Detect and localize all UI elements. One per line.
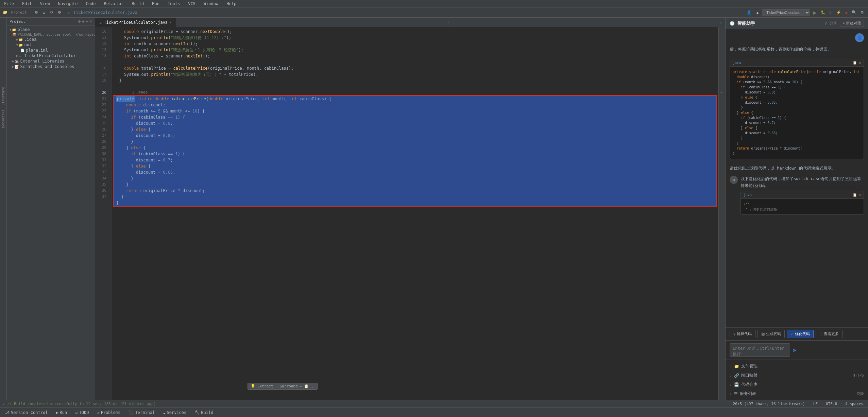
- run-panel-btn[interactable]: ▶ Run: [54, 410, 69, 416]
- code-lang-label: java: [733, 60, 741, 65]
- search-button[interactable]: 🔍: [850, 10, 858, 15]
- ai-prompt-text: 请优化以上这段代码，以 Markdown 的代码块格式展示。: [730, 165, 864, 172]
- menu-edit[interactable]: Edit: [21, 1, 33, 7]
- toolbar-gear-btn[interactable]: ⚙: [56, 10, 63, 15]
- ai-title: 智能助手: [737, 20, 755, 27]
- ai-input-row: ➤: [730, 343, 864, 357]
- code-line-35: return originalPrice * discount;: [114, 188, 716, 194]
- sidebar-settings-icon[interactable]: ⚙: [78, 19, 81, 24]
- sidebar-item-ticketprice[interactable]: ▶ ☕ TicketPriceCalculator: [7, 53, 95, 58]
- line-num-22: 22: [95, 102, 108, 108]
- problems-btn[interactable]: ⚠ Problems: [95, 410, 122, 416]
- sidebar-item-plane[interactable]: ▼ 📁 plane: [7, 27, 95, 32]
- menu-code[interactable]: Code: [85, 1, 97, 7]
- line-numbers: 10 11 12 13 14 16 17 18 20 21 22 23 24 2…: [95, 27, 112, 400]
- terminal-btn[interactable]: ⬛ Terminal: [126, 410, 157, 416]
- toolbar-up-btn[interactable]: ▲: [754, 10, 761, 15]
- profiler-button[interactable]: ⚡: [835, 10, 843, 15]
- ai-send-button[interactable]: ➤: [792, 347, 797, 353]
- position-indicator[interactable]: 20:5 (497 chars, 16 line breaks): [731, 401, 807, 406]
- version-control-btn[interactable]: ⎇ Version Control: [3, 410, 50, 416]
- toolbar-sync-btn[interactable]: ↻: [49, 10, 54, 15]
- sidebar-item-plane-iml[interactable]: 📄 plane.iml: [7, 48, 95, 53]
- charset-indicator[interactable]: UTF-8: [824, 401, 839, 406]
- generate-code-btn[interactable]: ▦ 生成代码: [758, 330, 785, 338]
- new-chat-button[interactable]: + 新建对话: [840, 20, 864, 27]
- sidebar-item-out[interactable]: ▼ 📁 out: [7, 42, 95, 48]
- menu-view[interactable]: View: [39, 1, 51, 7]
- sidebar-layout-icon[interactable]: ≡: [82, 19, 84, 24]
- explain-code-btn[interactable]: ? 解释代码: [730, 330, 755, 338]
- menu-file[interactable]: File: [3, 1, 15, 7]
- copy-code-icon[interactable]: 📋: [853, 60, 857, 65]
- java-file-icon: ☕: [19, 54, 23, 58]
- todo-btn[interactable]: ☑ TODO: [73, 410, 91, 416]
- build-btn[interactable]: 🔨 Build: [192, 410, 215, 416]
- ai-link-file-mgmt[interactable]: › 📁 文件管理: [730, 362, 864, 370]
- coverage-button[interactable]: ▷: [828, 10, 834, 15]
- toolbar-user-btn[interactable]: 👤: [745, 10, 753, 15]
- run-button[interactable]: ▶: [812, 9, 818, 16]
- charset-value: UTF-8: [826, 402, 837, 406]
- ai-body[interactable]: 👤 后，将原价乘以折扣系数，得到折扣后的价格，并返回。 java 📋 ⊞ pri…: [726, 29, 868, 327]
- tab-menu-button[interactable]: ⋮: [443, 20, 453, 25]
- menu-window[interactable]: Window: [202, 1, 220, 7]
- line-num-19: [95, 84, 108, 90]
- extract-surround-popup[interactable]: 💡 Extract Surround ✏ 📋 ⋮: [248, 383, 318, 390]
- sidebar-item-scratches[interactable]: ▶ 📝 Scratches and Consoles: [7, 64, 95, 69]
- more-btn[interactable]: ⊞ 查看更多: [816, 330, 843, 338]
- package-label: PACKAGE_NAME: sources root: ~/workspace/…: [18, 33, 95, 36]
- expand-icon[interactable]: ›: [719, 91, 725, 94]
- toolbar-separator: |: [29, 10, 31, 15]
- terminal-icon: ⬛: [129, 410, 134, 415]
- expand-code-icon[interactable]: ⊞: [859, 60, 861, 65]
- services-btn[interactable]: ☁ Services: [161, 410, 188, 416]
- optimize-code-btn[interactable]: ✓ 优化代码: [787, 330, 814, 338]
- sidebar-item-external-libs[interactable]: ▶ 📚 External Libraries: [7, 58, 95, 64]
- extract-label: Extract: [257, 384, 273, 388]
- line-ending-indicator[interactable]: LF: [811, 401, 820, 406]
- service-list-left: › ☰ 服务列表: [730, 391, 756, 397]
- expand-code-icon-2[interactable]: ⊞: [859, 192, 861, 197]
- sidebar-item-package[interactable]: 📦 PACKAGE_NAME: sources root: ~/workspac…: [7, 32, 95, 37]
- line-num-21: 21: [95, 96, 108, 102]
- sidebar-tree: ▼ 📁 plane 📦 PACKAGE_NAME: sources root: …: [7, 25, 95, 400]
- toolbar: 📁 Project | ⚙ ≡ ↻ ⚙ ☕ TicketPriceCalcula…: [0, 7, 868, 18]
- menu-navigate[interactable]: Navigate: [57, 1, 79, 7]
- menu-tools[interactable]: Tools: [166, 1, 181, 7]
- tab-close-btn[interactable]: ×: [170, 20, 172, 24]
- menu-refactor[interactable]: Refactor: [102, 1, 125, 7]
- bookmarks-tab[interactable]: Bookmarks: [1, 108, 6, 129]
- line-num-33: 33: [95, 169, 108, 175]
- ai-share-icon[interactable]: ⤤ 分享: [824, 21, 837, 26]
- code-line-14: int cabinClass = scanner.nextInt();: [112, 53, 718, 59]
- sidebar-close-icon[interactable]: ×: [90, 19, 92, 24]
- settings-button[interactable]: ⚙: [859, 10, 865, 15]
- sidebar-item-idea[interactable]: ▶ 📁 .idea: [7, 37, 95, 42]
- ai-link-code-repo[interactable]: › 💾 代码仓库: [730, 380, 864, 389]
- code-line-26: discount = 0.85;: [114, 133, 716, 139]
- ai-link-service-list[interactable]: › ☰ 服务列表 克隆: [730, 389, 864, 398]
- ticketprice-label: TicketPriceCalculator: [24, 53, 76, 58]
- menu-run[interactable]: Run: [151, 1, 161, 7]
- build-icon: 🔨: [194, 410, 200, 415]
- ai-link-port-mapping[interactable]: › 🔗 端口映射 HTTPS: [730, 371, 864, 380]
- menu-build[interactable]: Build: [130, 1, 145, 7]
- line-num-32: 32: [95, 163, 108, 169]
- stop-button[interactable]: ■: [844, 10, 849, 15]
- run-config-dropdown[interactable]: TicketPriceCalculator: [762, 9, 810, 16]
- toolbar-settings-btn[interactable]: ⚙: [33, 10, 39, 15]
- indent-indicator[interactable]: 4 spaces: [843, 401, 865, 406]
- editor-tab-ticketprice[interactable]: ☕ TicketPriceCalculator.java ×: [95, 18, 176, 27]
- plane-arrow: ▼: [10, 28, 11, 31]
- structure-tab[interactable]: Structure: [1, 86, 6, 107]
- toolbar-align-btn[interactable]: ≡: [41, 10, 46, 15]
- debug-button[interactable]: 🐛: [819, 10, 827, 15]
- menu-vcs[interactable]: VCS: [187, 1, 197, 7]
- services-icon: ☁: [163, 410, 165, 415]
- ai-message-input[interactable]: [730, 343, 790, 357]
- code-area[interactable]: double originalPrice = scanner.nextDoubl…: [112, 27, 718, 400]
- sidebar-collapse-icon[interactable]: −: [86, 19, 88, 24]
- copy-code-icon-2[interactable]: 📋: [853, 192, 857, 197]
- menu-help[interactable]: Help: [225, 1, 238, 7]
